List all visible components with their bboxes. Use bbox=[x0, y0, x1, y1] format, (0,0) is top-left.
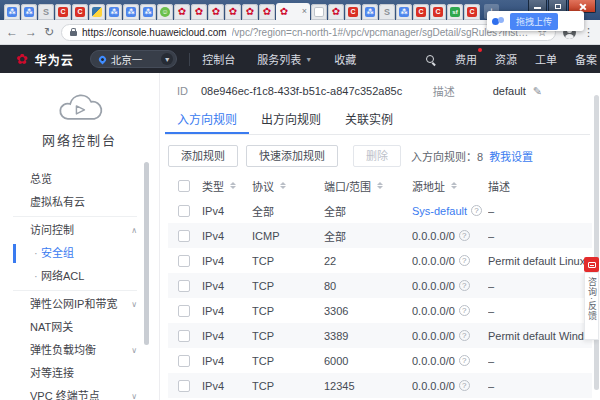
row-checkbox[interactable] bbox=[178, 355, 190, 367]
browser-tab[interactable]: ✿ bbox=[242, 4, 258, 20]
sidebar-item-1[interactable]: 虚拟私有云 bbox=[13, 191, 137, 214]
feedback-button[interactable] bbox=[584, 257, 599, 272]
browser-tab[interactable]: ✿ bbox=[191, 4, 207, 20]
menu-billing[interactable]: 费用 bbox=[455, 51, 477, 67]
row-checkbox[interactable] bbox=[178, 230, 190, 242]
browser-tab[interactable]: ⁂ bbox=[106, 4, 122, 20]
sidebar-item-2[interactable]: 访问控制∧ bbox=[13, 219, 137, 242]
cell-port: 全部 bbox=[324, 203, 412, 219]
cell-protocol: ICMP bbox=[252, 230, 324, 242]
browser-tab[interactable]: ⁂ bbox=[123, 4, 139, 20]
sidebar-item-9[interactable]: VPC 终端节点∨ bbox=[13, 385, 137, 400]
page-scrollbar[interactable] bbox=[594, 95, 599, 390]
help-icon[interactable]: ? bbox=[459, 380, 470, 391]
browser-tab[interactable]: ✿ bbox=[328, 4, 344, 20]
sidebar-scrollbar[interactable] bbox=[144, 162, 149, 345]
menu-console[interactable]: 控制台 bbox=[202, 51, 235, 67]
sort-icon[interactable] bbox=[230, 182, 236, 189]
tab-associated-instances[interactable]: 关联实例 bbox=[333, 109, 405, 134]
browser-tab[interactable]: sf bbox=[447, 4, 463, 20]
sidebar-item-4[interactable]: ·网络ACL bbox=[13, 265, 137, 288]
row-checkbox[interactable] bbox=[178, 305, 190, 317]
help-icon[interactable]: ? bbox=[459, 330, 470, 341]
browser-tab[interactable]: ⁂ bbox=[4, 4, 20, 20]
browser-tab[interactable]: ☺ bbox=[157, 4, 173, 20]
sidebar-item-3[interactable]: ·安全组 bbox=[13, 242, 137, 265]
browser-tab[interactable] bbox=[89, 4, 105, 20]
sort-icon[interactable] bbox=[280, 182, 286, 189]
browser-menu-icon[interactable]: ⋮ bbox=[583, 26, 594, 39]
browser-tab[interactable]: S bbox=[379, 4, 395, 20]
drag-upload-tooltip: 拖拽上传 bbox=[487, 11, 584, 31]
tab-close-icon[interactable]: × bbox=[302, 7, 307, 16]
row-checkbox[interactable] bbox=[178, 380, 190, 392]
browser-tab[interactable]: ✿ bbox=[225, 4, 241, 20]
source-link[interactable]: Sys-default bbox=[412, 205, 467, 217]
sort-up-icon bbox=[377, 182, 383, 185]
browser-tab[interactable]: C bbox=[345, 4, 361, 20]
row-checkbox[interactable] bbox=[178, 330, 190, 342]
browser-tab[interactable]: C bbox=[413, 4, 429, 20]
delete-button[interactable]: 删除 bbox=[353, 145, 401, 167]
help-icon[interactable]: ? bbox=[459, 355, 470, 366]
browser-tab[interactable]: ✿ bbox=[208, 4, 224, 20]
sidebar-item-7[interactable]: 弹性负载均衡∨ bbox=[13, 339, 137, 362]
region-selector[interactable]: 北京一 ▼ bbox=[90, 50, 178, 68]
header-checkbox-cell bbox=[168, 180, 202, 192]
tab-outbound-rules[interactable]: 出方向规则 bbox=[249, 109, 333, 134]
quick-add-rule-button[interactable]: 快速添加规则 bbox=[246, 145, 338, 167]
huawei-favicon-icon: ✿ bbox=[245, 7, 255, 17]
menu-resources[interactable]: 资源 bbox=[495, 51, 517, 67]
sidebar-item-5[interactable]: 弹性公网IP和带宽∨ bbox=[13, 293, 137, 316]
browser-tab[interactable]: C bbox=[430, 4, 446, 20]
sidebar-item-0[interactable]: 总览 bbox=[13, 168, 137, 191]
browser-tab[interactable]: C bbox=[55, 4, 71, 20]
row-checkbox[interactable] bbox=[178, 205, 190, 217]
browser-tab[interactable]: ⁂ bbox=[362, 4, 378, 20]
browser-tab[interactable]: ✿ bbox=[174, 4, 190, 20]
browser-tab-active[interactable]: ✿× bbox=[276, 3, 310, 20]
cell-source: 0.0.0.0/0? bbox=[412, 380, 488, 392]
browser-tab[interactable]: ✿ bbox=[259, 4, 275, 20]
address-bar[interactable]: https://console.huaweicloud.com /vpc/?re… bbox=[61, 24, 556, 41]
table-row: IPv4ICMP全部0.0.0.0/0?– bbox=[168, 223, 592, 248]
inbound-rule-count: 入方向规则：8 bbox=[411, 148, 483, 164]
header-cell: 类型 bbox=[202, 178, 252, 194]
sort-icon[interactable] bbox=[451, 182, 457, 189]
help-icon[interactable]: ? bbox=[459, 230, 470, 241]
sidebar-item-6[interactable]: NAT网关 bbox=[13, 316, 137, 339]
browser-tab[interactable]: C bbox=[72, 4, 88, 20]
menu-icp[interactable]: 备案 bbox=[575, 51, 597, 67]
header-cell: 协议 bbox=[252, 178, 324, 194]
cell-source: 0.0.0.0/0? bbox=[412, 330, 488, 342]
help-icon[interactable]: ? bbox=[471, 205, 482, 216]
help-icon[interactable]: ? bbox=[459, 305, 470, 316]
back-icon[interactable]: ← bbox=[6, 26, 18, 38]
cell-description: – bbox=[488, 230, 592, 242]
search-icon[interactable] bbox=[426, 55, 435, 64]
select-all-checkbox[interactable] bbox=[178, 180, 190, 192]
menu-tickets[interactable]: 工单 bbox=[535, 51, 557, 67]
browser-tab[interactable]: ⁂ bbox=[396, 4, 412, 20]
add-rule-button[interactable]: 添加规则 bbox=[168, 145, 238, 167]
forward-icon[interactable]: → bbox=[25, 26, 37, 38]
feedback-panel[interactable]: 咨询·反馈 bbox=[584, 272, 599, 340]
help-icon[interactable]: ? bbox=[459, 255, 470, 266]
browser-tab[interactable]: ⁂ bbox=[21, 4, 37, 20]
teach-me-link[interactable]: 教我设置 bbox=[489, 148, 533, 164]
reload-icon[interactable]: ↻ bbox=[44, 26, 54, 38]
edit-pencil-icon[interactable]: ✎ bbox=[533, 85, 542, 98]
row-checkbox[interactable] bbox=[178, 280, 190, 292]
browser-tab[interactable]: S bbox=[38, 4, 54, 20]
sort-icon[interactable] bbox=[377, 182, 383, 189]
sidebar-item-8[interactable]: 对等连接 bbox=[13, 362, 137, 385]
tab-inbound-rules[interactable]: 入方向规则 bbox=[165, 109, 249, 134]
help-icon[interactable]: ? bbox=[459, 280, 470, 291]
row-checkbox[interactable] bbox=[178, 255, 190, 267]
brand[interactable]: ✿ 华为云 bbox=[16, 51, 74, 68]
browser-tab[interactable]: ⁂ bbox=[140, 4, 156, 20]
browser-tab[interactable]: C bbox=[464, 4, 480, 20]
menu-favorites[interactable]: 收藏 bbox=[334, 51, 356, 67]
menu-service-list[interactable]: 服务列表▼ bbox=[257, 51, 312, 67]
browser-tab[interactable] bbox=[311, 4, 327, 20]
